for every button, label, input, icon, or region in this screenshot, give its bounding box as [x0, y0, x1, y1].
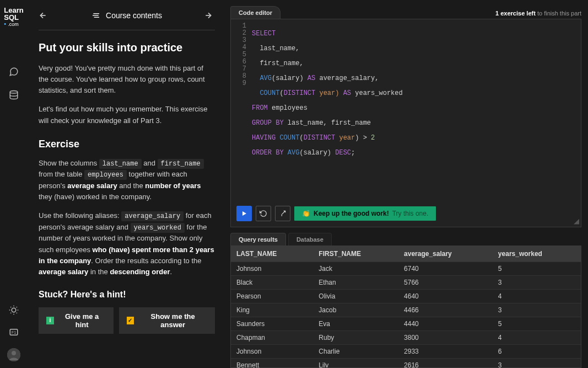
contents-bar: Course contents	[39, 6, 215, 30]
table-cell: 5	[493, 317, 581, 331]
table-cell: Bennett	[231, 359, 313, 369]
editor-controls: 👏 Keep up the good work! Try this one.	[231, 200, 581, 227]
lesson-panel: Course contents Put your skills into pra…	[28, 0, 226, 368]
svg-marker-19	[242, 211, 246, 216]
table-cell: 5	[493, 262, 581, 276]
database-tab[interactable]: Database	[288, 233, 332, 246]
table-cell: 2616	[398, 359, 493, 369]
run-button[interactable]	[236, 206, 252, 221]
table-cell: 3	[493, 303, 581, 317]
table-cell: Charlie	[313, 345, 398, 359]
table-cell: King	[231, 303, 313, 317]
info-icon: i	[46, 317, 54, 324]
table-row: KingJacob44663	[231, 303, 581, 317]
left-rail: Learn SQL • .com F1	[0, 0, 28, 368]
lesson-intro-2: Let's find out how much you remember. Th…	[39, 104, 215, 126]
table-cell: 4	[493, 290, 581, 303]
avatar[interactable]	[7, 348, 20, 361]
table-cell: Ethan	[313, 276, 398, 290]
course-contents-label: Course contents	[106, 11, 162, 20]
table-cell: Chapman	[231, 331, 313, 345]
table-row: ChapmanRuby38004	[231, 331, 581, 345]
column-header: LAST_NAME	[231, 246, 313, 262]
table-row: JohnsonCharlie29336	[231, 345, 581, 359]
code-area[interactable]: 123456789 SELECT last_name, first_name, …	[231, 19, 581, 200]
svg-point-13	[12, 351, 16, 355]
results-box: LAST_NAMEFIRST_NAMEaverage_salaryyears_w…	[230, 246, 581, 368]
svg-line-5	[17, 313, 17, 313]
table-row: SaundersEva44405	[231, 317, 581, 331]
database-icon[interactable]	[8, 89, 20, 101]
table-cell: 6740	[398, 262, 493, 276]
results-table: LAST_NAMEFIRST_NAMEaverage_salaryyears_w…	[231, 246, 581, 368]
svg-point-0	[10, 91, 18, 94]
svg-line-4	[10, 307, 11, 307]
line-gutter: 123456789	[231, 23, 252, 197]
table-row: BennettLily26163	[231, 359, 581, 369]
hint-button[interactable]: i Give me a hint	[39, 307, 114, 334]
code-editor-tab[interactable]: Code editor	[230, 6, 280, 19]
table-cell: Pearson	[231, 290, 313, 303]
reset-button[interactable]	[256, 206, 271, 221]
column-header: FIRST_NAME	[313, 246, 398, 262]
exercise-para-1: Show the columns last_name and first_nam…	[39, 158, 215, 202]
success-message: 👏 Keep up the good work! Try this one.	[294, 206, 436, 221]
code-lines[interactable]: SELECT last_name, first_name, AVG(salary…	[252, 23, 581, 197]
answer-button-label: Show me the answer	[138, 312, 207, 329]
table-cell: 4466	[398, 303, 493, 317]
column-header: average_salary	[398, 246, 493, 262]
table-cell: Jacob	[313, 303, 398, 317]
table-cell: 5766	[398, 276, 493, 290]
svg-text:F1: F1	[12, 330, 16, 334]
share-button[interactable]	[275, 206, 290, 221]
prev-arrow[interactable]	[39, 11, 50, 20]
exercise-heading: Exercise	[39, 138, 215, 150]
table-cell: 3	[493, 276, 581, 290]
table-cell: Olivia	[313, 290, 398, 303]
lesson-intro-1: Very good! You've pretty much done with …	[39, 63, 215, 96]
theme-icon[interactable]	[8, 304, 20, 316]
table-cell: Johnson	[231, 262, 313, 276]
table-cell: Lily	[313, 359, 398, 369]
svg-point-1	[12, 308, 16, 312]
table-cell: 3	[493, 359, 581, 369]
menu-icon	[91, 11, 100, 20]
check-icon: ✓	[127, 317, 134, 324]
course-contents-button[interactable]: Course contents	[91, 11, 162, 20]
query-results-tab[interactable]: Query results	[230, 233, 286, 246]
code-editor: 123456789 SELECT last_name, first_name, …	[230, 19, 581, 227]
chat-icon[interactable]	[8, 66, 20, 78]
exercises-remaining: 1 exercise left to finish this part	[495, 10, 581, 19]
clap-icon: 👏	[302, 210, 310, 217]
svg-line-9	[17, 307, 17, 307]
svg-line-20	[282, 211, 285, 214]
lesson-heading: Put your skills into practice	[39, 41, 215, 54]
next-arrow[interactable]	[204, 11, 215, 20]
column-header: years_worked	[493, 246, 581, 262]
hint-heading: Stuck? Here's a hint!	[39, 290, 215, 300]
table-row: PearsonOlivia46404	[231, 290, 581, 303]
hint-button-label: Give me a hint	[58, 312, 106, 329]
table-cell: Jack	[313, 262, 398, 276]
logo[interactable]: Learn SQL • .com	[4, 7, 23, 27]
table-cell: Saunders	[231, 317, 313, 331]
table-cell: Black	[231, 276, 313, 290]
table-cell: 2933	[398, 345, 493, 359]
table-cell: 4440	[398, 317, 493, 331]
table-cell: Johnson	[231, 345, 313, 359]
keyboard-shortcut-icon[interactable]: F1	[8, 326, 20, 338]
table-cell: Eva	[313, 317, 398, 331]
table-row: BlackEthan57663	[231, 276, 581, 290]
table-cell: 3800	[398, 331, 493, 345]
exercise-para-2: Use the following aliases: average_salar…	[39, 210, 215, 278]
table-row: JohnsonJack67405	[231, 262, 581, 276]
right-panel: Code editor 1 exercise left to finish th…	[226, 0, 588, 368]
table-cell: 4	[493, 331, 581, 345]
answer-button[interactable]: ✓ Show me the answer	[119, 307, 215, 334]
table-cell: 4640	[398, 290, 493, 303]
table-cell: Ruby	[313, 331, 398, 345]
svg-line-8	[10, 313, 11, 313]
table-cell: 6	[493, 345, 581, 359]
